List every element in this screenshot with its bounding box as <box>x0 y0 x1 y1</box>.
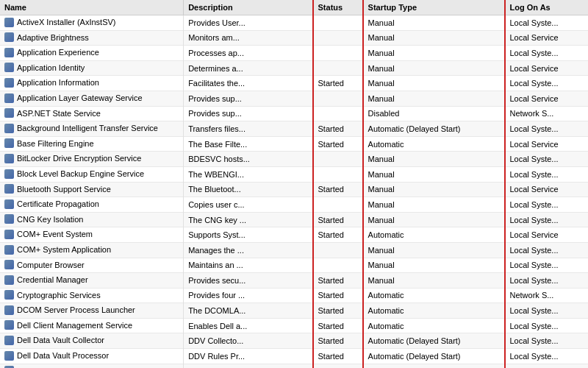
service-description: Monitors am... <box>184 30 313 46</box>
table-row[interactable]: Dell Client Management ServiceEnables De… <box>0 318 588 333</box>
service-name-cell: Application Information <box>0 76 184 91</box>
table-row[interactable]: BitLocker Drive Encryption ServiceBDESVC… <box>0 152 588 167</box>
service-name-text: Adaptive Brightness <box>17 33 89 42</box>
col-header-logon[interactable]: Log On As <box>505 0 589 15</box>
service-logon: Local Syste... <box>505 15 589 31</box>
service-name-cell: COM+ System Application <box>0 242 184 258</box>
service-status <box>313 197 363 213</box>
service-startup-type: Manual <box>363 273 505 289</box>
table-row[interactable]: Application IdentityDetermines a...Manua… <box>0 60 588 76</box>
table-row[interactable]: Dell Data Vault CollectorDDV Collecto...… <box>0 333 588 349</box>
table-row[interactable]: Cryptographic ServicesProvides four ...S… <box>0 288 588 303</box>
service-startup-type: Manual <box>363 182 505 197</box>
service-status <box>313 152 363 167</box>
service-startup-type: Manual <box>363 30 505 46</box>
service-description: DDV Rules Pr... <box>184 349 313 364</box>
service-status <box>313 242 363 258</box>
table-row[interactable]: ActiveX Installer (AxInstSV)Provides Use… <box>0 15 588 31</box>
table-row[interactable]: COM+ System ApplicationManages the ...Ma… <box>0 242 588 258</box>
table-row[interactable]: Background Intelligent Transfer ServiceT… <box>0 121 588 137</box>
service-status: Started <box>313 121 363 137</box>
service-description: BDESVC hosts... <box>184 152 313 167</box>
service-status: Started <box>313 136 363 152</box>
table-row[interactable]: Dell Data Vault ProcessorDDV Rules Pr...… <box>0 349 588 364</box>
service-name-text: Dell Data Vault Processor <box>17 351 109 360</box>
service-startup-type: Disabled <box>363 106 505 121</box>
service-logon: Local Syste... <box>505 333 589 349</box>
service-description: Copies user c... <box>184 197 313 213</box>
service-startup-type: Manual <box>363 197 505 213</box>
service-startup-type: Automatic <box>363 303 505 319</box>
service-status: Started <box>313 364 363 368</box>
col-header-startup-type[interactable]: Startup Type <box>363 0 505 15</box>
table-row[interactable]: Adaptive BrightnessMonitors am...ManualL… <box>0 30 588 46</box>
service-description: Supports Syst... <box>184 227 313 243</box>
service-description: Provides four ... <box>184 288 313 303</box>
service-status: Started <box>313 288 363 303</box>
col-header-status[interactable]: Status <box>313 0 363 15</box>
service-logon: Local Syste... <box>505 152 589 167</box>
service-name-text: Application Experience <box>17 48 99 57</box>
table-row[interactable]: COM+ Event SystemSupports Syst...Started… <box>0 227 588 243</box>
table-row[interactable]: Computer BrowserMaintains an ...ManualLo… <box>0 258 588 273</box>
service-name-cell: Application Identity <box>0 60 184 76</box>
table-row[interactable]: Credential ManagerProvides secu...Starte… <box>0 273 588 289</box>
col-header-description[interactable]: Description <box>184 0 313 15</box>
service-icon <box>4 32 14 42</box>
table-row[interactable]: Base Filtering EngineThe Base Filte...St… <box>0 136 588 152</box>
service-name-text: Computer Browser <box>17 261 85 269</box>
service-description: Transfers files... <box>184 121 313 137</box>
service-logon: Local Syste... <box>505 76 589 91</box>
table-row[interactable]: Bluetooth Support ServiceThe Bluetoot...… <box>0 182 588 197</box>
service-name-cell: DCOM Server Process Launcher <box>0 303 184 319</box>
service-icon <box>4 154 14 163</box>
service-status <box>313 91 363 106</box>
service-status <box>313 46 363 61</box>
service-logon: Network S... <box>505 288 589 303</box>
service-icon <box>4 351 14 361</box>
service-startup-type: Automatic (Delayed Start) <box>363 364 505 368</box>
service-description: Provides sup... <box>184 106 313 121</box>
service-name-text: ASP.NET State Service <box>17 109 101 118</box>
table-row[interactable]: DCOM Server Process LauncherThe DCOMLA..… <box>0 303 588 319</box>
col-header-name[interactable]: Name <box>0 0 184 15</box>
table-row[interactable]: Application Layer Gateway ServiceProvide… <box>0 91 588 106</box>
table-row[interactable]: CNG Key IsolationThe CNG key ...StartedM… <box>0 212 588 227</box>
service-description: Facilitates the... <box>184 76 313 91</box>
service-description: Determines a... <box>184 60 313 76</box>
service-name-cell: Base Filtering Engine <box>0 136 184 152</box>
service-description: Dell Data Vau... <box>184 364 313 368</box>
service-startup-type: Manual <box>363 212 505 227</box>
service-logon: Local Syste... <box>505 349 589 364</box>
services-table-container: Name Description Status Startup Type Log… <box>0 0 588 368</box>
service-icon <box>4 108 14 118</box>
service-startup-type: Automatic <box>363 318 505 333</box>
service-name-cell: ASP.NET State Service <box>0 106 184 121</box>
service-name-cell: Background Intelligent Transfer Service <box>0 121 184 137</box>
service-status <box>313 30 363 46</box>
service-name-cell: Adaptive Brightness <box>0 30 184 46</box>
service-logon: Local Syste... <box>505 303 589 319</box>
table-row[interactable]: Certificate PropagationCopies user c...M… <box>0 197 588 213</box>
service-startup-type: Automatic <box>363 288 505 303</box>
table-row[interactable]: Dell Data Vault Service APIDell Data Vau… <box>0 364 588 368</box>
service-description: The CNG key ... <box>184 212 313 227</box>
service-icon <box>4 230 14 239</box>
service-icon <box>4 336 14 345</box>
service-icon <box>4 18 14 27</box>
table-row[interactable]: ASP.NET State ServiceProvides sup...Disa… <box>0 106 588 121</box>
service-name-cell: Certificate Propagation <box>0 197 184 213</box>
service-icon <box>4 78 14 88</box>
service-icon <box>4 260 14 269</box>
table-row[interactable]: Application InformationFacilitates the..… <box>0 76 588 91</box>
service-name-cell: Block Level Backup Engine Service <box>0 166 184 182</box>
service-description: Provides secu... <box>184 273 313 289</box>
service-description: The Bluetoot... <box>184 182 313 197</box>
service-status: Started <box>313 333 363 349</box>
table-row[interactable]: Application ExperienceProcesses ap...Man… <box>0 46 588 61</box>
table-row[interactable]: Block Level Backup Engine ServiceThe WBE… <box>0 166 588 182</box>
service-name-text: Base Filtering Engine <box>17 139 94 148</box>
service-logon: Local Service <box>505 60 589 76</box>
service-startup-type: Manual <box>363 60 505 76</box>
service-status <box>313 15 363 31</box>
